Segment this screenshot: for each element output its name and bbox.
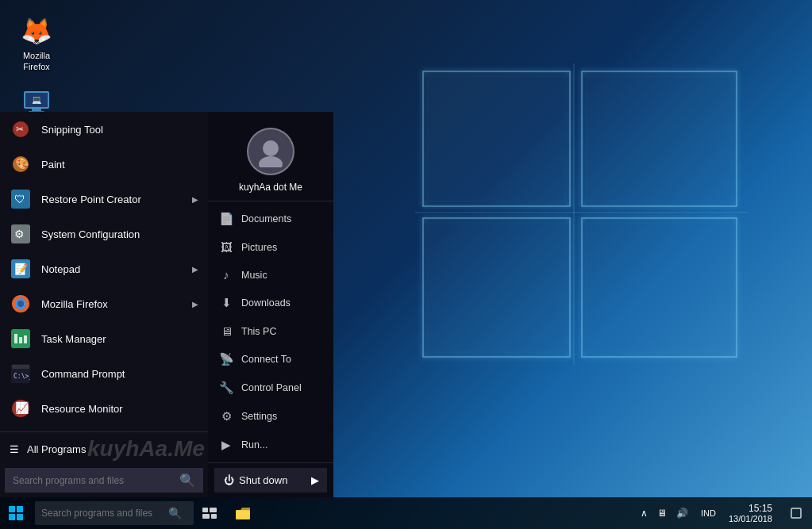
svg-point-37	[263, 140, 279, 156]
file-explorer-button[interactable]	[227, 497, 259, 529]
pictures-icon: 🖼	[219, 240, 233, 254]
shutdown-label: Shut down	[239, 474, 287, 486]
shutdown-arrow-button[interactable]: ▶	[303, 468, 327, 493]
right-menu-music-label: Music	[241, 270, 267, 281]
notification-button[interactable]	[780, 497, 812, 529]
username-label: kuyhAa dot Me	[239, 182, 302, 193]
svg-text:💻: 💻	[32, 94, 42, 105]
svg-rect-30	[19, 337, 22, 343]
windows-logo-bg	[415, 63, 749, 365]
app-item-task-manager[interactable]: Task Manager	[0, 321, 208, 356]
app-label-notepad: Notepad	[41, 263, 80, 275]
windows-logo-icon	[9, 506, 23, 520]
right-menu-run-label: Run...	[241, 439, 267, 450]
svg-rect-31	[24, 335, 27, 343]
control-panel-icon: 🔧	[219, 381, 233, 395]
music-icon: ♪	[219, 268, 233, 282]
svg-rect-42	[17, 514, 23, 520]
shutdown-button[interactable]: ⏻ Shut down	[214, 468, 303, 493]
taskbar-search-input[interactable]	[41, 508, 168, 519]
app-item-mozilla-firefox[interactable]: Mozilla Firefox ▶	[0, 286, 208, 321]
right-menu-music[interactable]: ♪ Music	[208, 261, 333, 289]
start-menu-left-panel: ✂ Snipping Tool 🎨 Paint	[0, 112, 208, 497]
paint-icon: 🎨	[10, 153, 32, 175]
svg-rect-49	[791, 508, 801, 518]
documents-icon: 📄	[219, 212, 233, 226]
svg-marker-5	[586, 75, 733, 202]
notification-icon	[791, 508, 802, 519]
app-label-restore-point: Restore Point Creator	[41, 194, 141, 205]
right-menu-run[interactable]: ▶ Run...	[208, 431, 333, 459]
start-search-bar[interactable]: 🔍	[5, 468, 203, 493]
start-menu-right-panel: kuyhAa dot Me 📄 Documents 🖼 Pictures ♪ M…	[208, 112, 333, 497]
firefox-menu-icon	[10, 293, 32, 315]
task-manager-icon	[10, 328, 32, 350]
desktop-icon-firefox[interactable]: 🦊 Mozilla Firefox	[8, 12, 65, 76]
start-search-input[interactable]	[13, 475, 173, 486]
app-label-paint: Paint	[41, 159, 65, 171]
restore-point-icon: 🛡	[10, 188, 32, 210]
app-item-restore-point[interactable]: 🛡 Restore Point Creator ▶	[0, 182, 208, 217]
all-programs-icon: ☰	[10, 443, 19, 455]
notepad-icon: 📝	[10, 258, 32, 280]
run-icon: ▶	[219, 438, 233, 452]
downloads-icon: ⬇	[219, 296, 233, 310]
language-indicator[interactable]: IND	[696, 508, 721, 518]
svg-text:🛡: 🛡	[14, 193, 25, 205]
user-avatar[interactable]	[247, 128, 294, 175]
taskbar-clock[interactable]: 15:15 13/01/2018	[721, 497, 780, 529]
taskbar: 🔍 ∧ 🖥 🔊 IND 15	[0, 497, 812, 529]
all-programs-btn[interactable]: ☰ All Programs	[0, 435, 208, 463]
resource-monitor-icon: 📈	[10, 397, 32, 420]
right-menu-this-pc[interactable]: 🖥 This PC	[208, 317, 333, 345]
right-menu-settings-label: Settings	[241, 411, 277, 422]
svg-rect-46	[211, 514, 217, 519]
svg-text:📝: 📝	[14, 263, 29, 276]
svg-point-27	[17, 301, 24, 307]
app-item-paint[interactable]: 🎨 Paint	[0, 147, 208, 182]
all-programs-label: All Programs	[27, 443, 86, 455]
svg-rect-41	[9, 514, 15, 520]
app-item-system-config[interactable]: ⚙ System Configuration	[0, 217, 208, 251]
app-list: ✂ Snipping Tool 🎨 Paint	[0, 112, 208, 428]
svg-marker-4	[427, 75, 566, 202]
right-menu-connect-to[interactable]: 📡 Connect To	[208, 345, 333, 374]
app-label-mozilla-firefox: Mozilla Firefox	[41, 298, 108, 310]
restore-point-arrow: ▶	[192, 195, 198, 204]
svg-rect-40	[17, 506, 23, 512]
svg-point-38	[259, 156, 283, 167]
desktop: 🦊 Mozilla Firefox 💻 My Computer	[0, 0, 812, 529]
app-item-notepad[interactable]: 📝 Notepad ▶	[0, 251, 208, 286]
tray-volume-icon[interactable]: 🔊	[673, 506, 691, 520]
tray-network-icon[interactable]: 🖥	[654, 506, 670, 520]
right-menu-pictures[interactable]: 🖼 Pictures	[208, 233, 333, 261]
app-item-resource-monitor[interactable]: 📈 Resource Monitor	[0, 391, 208, 426]
svg-rect-39	[9, 506, 15, 512]
svg-marker-6	[427, 222, 566, 353]
connect-to-icon: 📡	[219, 352, 233, 366]
start-button[interactable]	[0, 497, 32, 529]
taskbar-right: ∧ 🖥 🔊 IND 15:15 13/01/2018	[633, 497, 812, 529]
right-menu-downloads[interactable]: ⬇ Downloads	[208, 289, 333, 317]
right-menu-documents[interactable]: 📄 Documents	[208, 205, 333, 233]
right-menu-connect-to-label: Connect To	[241, 354, 291, 365]
app-label-snipping-tool: Snipping Tool	[41, 124, 103, 136]
right-menu-documents-label: Documents	[241, 213, 291, 224]
user-section: kuyhAa dot Me	[208, 112, 333, 201]
app-item-snipping-tool[interactable]: ✂ Snipping Tool	[0, 112, 208, 147]
snipping-tool-icon: ✂	[10, 118, 32, 140]
taskbar-search-bar[interactable]: 🔍	[35, 501, 194, 525]
app-label-system-config: System Configuration	[41, 228, 140, 240]
svg-rect-48	[237, 511, 249, 519]
right-menu-settings[interactable]: ⚙ Settings	[208, 402, 333, 431]
svg-rect-29	[14, 334, 17, 343]
svg-rect-33	[12, 365, 29, 369]
right-menu-control-panel[interactable]: 🔧 Control Panel	[208, 374, 333, 402]
tray-chevron[interactable]: ∧	[637, 506, 651, 520]
app-item-command-prompt[interactable]: C:\>_ Command Prompt	[0, 356, 208, 391]
right-menu-downloads-label: Downloads	[241, 297, 291, 309]
app-label-command-prompt: Command Prompt	[41, 368, 125, 380]
shutdown-row: ⏻ Shut down ▶	[208, 462, 333, 497]
task-view-button[interactable]	[194, 497, 225, 529]
desktop-icon-firefox-label: Mozilla Firefox	[11, 50, 62, 73]
